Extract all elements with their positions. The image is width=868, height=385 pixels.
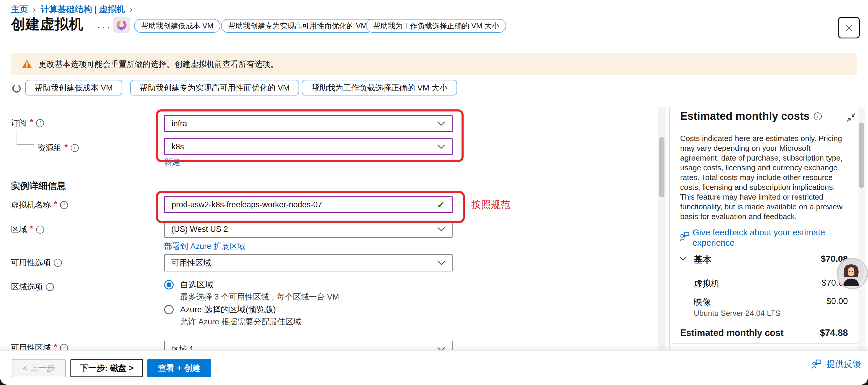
radio-unselected-icon[interactable] xyxy=(164,305,174,314)
footer-bar: < 上一步 下一步: 磁盘 > 查看 + 创建 提供反馈 xyxy=(0,350,868,385)
vm-name-label-row: 虚拟机名称 * i xyxy=(11,200,68,210)
valid-check-icon: ✓ xyxy=(437,199,445,211)
help-low-cost-vm-button[interactable]: 帮助我创建低成本 VM xyxy=(134,19,220,33)
required-marker: * xyxy=(30,224,33,233)
cost-group-label[interactable]: 基本 xyxy=(694,254,712,266)
chevron-down-icon xyxy=(437,121,445,126)
form-scrollbar-thumb[interactable] xyxy=(659,137,664,197)
chevron-down-icon xyxy=(437,260,445,265)
subscription-dropdown[interactable]: infra xyxy=(164,115,453,132)
create-new-resource-group-link[interactable]: 新建 xyxy=(164,157,180,167)
give-feedback-label: 提供反馈 xyxy=(827,358,861,370)
availability-options-value: 可用性区域 xyxy=(171,258,211,268)
required-marker: * xyxy=(30,118,33,127)
chevron-down-icon[interactable] xyxy=(680,257,687,261)
zone-option-self-select-label: 自选区域 xyxy=(180,279,213,290)
help-vm-size-button[interactable]: 帮助我为工作负载选择正确的 VM 大小 xyxy=(366,19,506,33)
region-dropdown[interactable]: (US) West US 2 xyxy=(164,221,453,238)
panel-divider xyxy=(669,107,670,350)
close-icon xyxy=(844,23,854,33)
zone-option-self-select-description: 最多选择 3 个可用性区域，每个区域一台 VM xyxy=(180,292,339,302)
resource-group-dropdown[interactable]: k8s xyxy=(164,138,453,155)
subscription-label: 订阅 xyxy=(11,118,27,128)
zone-options-label: 区域选项 xyxy=(11,282,43,292)
cost-panel-title-row: Estimated monthly costs i xyxy=(680,110,822,122)
feedback-icon xyxy=(680,231,690,242)
info-icon[interactable]: i xyxy=(814,113,822,120)
resource-group-connector xyxy=(17,144,34,145)
annotation-text: 按照规范 xyxy=(471,198,510,212)
info-icon[interactable]: i xyxy=(36,119,44,127)
warning-banner: 更改基本选项可能会重置所做的选择。创建虚拟机前查看所有选项。 xyxy=(11,53,857,75)
vm-name-label: 虚拟机名称 xyxy=(11,200,51,210)
resource-group-value: k8s xyxy=(172,142,184,151)
help-low-cost-vm-button-inline[interactable]: 帮助我创建低成本 VM xyxy=(25,80,122,96)
resource-group-connector xyxy=(17,130,17,145)
availability-options-label-row: 可用性选项 i xyxy=(11,257,62,268)
radio-selected-icon[interactable] xyxy=(164,280,174,289)
help-high-availability-vm-button[interactable]: 帮助我创建专为实现高可用性而优化的 VM xyxy=(221,19,374,33)
chevron-down-icon xyxy=(437,144,445,149)
availability-options-label: 可用性选项 xyxy=(11,257,51,268)
copilot-outline-icon xyxy=(10,82,23,95)
divider xyxy=(672,322,863,322)
copilot-icon xyxy=(115,19,128,31)
info-icon[interactable]: i xyxy=(46,283,54,291)
resource-group-label-row: 资源组 * i xyxy=(38,142,79,153)
info-icon[interactable]: i xyxy=(71,144,79,152)
info-icon[interactable]: i xyxy=(36,226,44,234)
avatar[interactable] xyxy=(837,258,868,289)
avatar-image xyxy=(838,259,864,286)
chevron-down-icon xyxy=(437,227,445,232)
breadcrumb-section-link[interactable]: 计算基础结构 | 虚拟机 xyxy=(40,4,125,15)
warning-text: 更改基本选项可能会重置所做的选择。创建虚拟机前查看所有选项。 xyxy=(39,59,278,69)
resource-group-label: 资源组 xyxy=(38,142,62,153)
zone-option-self-select[interactable]: 自选区域 xyxy=(164,279,213,290)
warning-icon xyxy=(22,59,32,69)
breadcrumb-home-link[interactable]: 主页 xyxy=(11,4,28,15)
total-cost-value: $74.88 xyxy=(820,328,848,338)
info-icon[interactable]: i xyxy=(60,201,68,209)
cost-disclaimer: Costs indicated here are estimates only.… xyxy=(680,134,846,222)
help-vm-size-button-inline[interactable]: 帮助我为工作负载选择正确的 VM 大小 xyxy=(302,80,457,96)
page-title: 创建虚拟机 xyxy=(11,15,84,34)
create-vm-page: 主页 › 计算基础结构 | 虚拟机 › 创建虚拟机 ··· 帮助我创建低成本 V… xyxy=(0,0,868,385)
panel-scrollbar-thumb[interactable] xyxy=(859,122,864,188)
deploy-extended-zones-link[interactable]: 部署到 Azure 扩展区域 xyxy=(164,241,246,252)
availability-options-dropdown[interactable]: 可用性区域 xyxy=(164,254,453,271)
more-options-button[interactable]: ··· xyxy=(97,21,112,33)
region-label: 区域 xyxy=(11,224,27,235)
zone-options-label-row: 区域选项 i xyxy=(11,282,54,292)
cost-row-subtitle: Ubuntu Server 24.04 LTS xyxy=(694,309,780,318)
vm-name-value: prod-usw2-k8s-freeleaps-worker-nodes-07 xyxy=(172,200,322,210)
vm-name-input[interactable]: prod-usw2-k8s-freeleaps-worker-nodes-07 … xyxy=(164,196,453,213)
estimate-feedback-link[interactable]: Give feedback about your estimate experi… xyxy=(692,227,838,248)
info-icon[interactable]: i xyxy=(54,259,62,267)
close-button[interactable] xyxy=(838,17,860,38)
divider xyxy=(672,343,863,344)
cost-row-label: 虚拟机 xyxy=(694,278,719,290)
region-label-row: 区域 * i xyxy=(11,224,44,235)
give-feedback-link[interactable]: 提供反馈 xyxy=(811,358,861,370)
cost-panel-title: Estimated monthly costs xyxy=(680,110,810,122)
zone-option-azure-select-description: 允许 Azure 根据需要分配最佳区域 xyxy=(180,316,302,327)
required-marker: * xyxy=(54,199,57,209)
subscription-label-row: 订阅 * i xyxy=(11,118,44,128)
copilot-button[interactable] xyxy=(113,17,130,33)
total-cost-label: Estimated monthly cost xyxy=(680,328,784,338)
subscription-value: infra xyxy=(172,119,187,128)
help-high-availability-vm-button-inline[interactable]: 帮助我创建专为实现高可用性而优化的 VM xyxy=(130,80,299,96)
zone-option-azure-select[interactable]: Azure 选择的区域(预览版) xyxy=(164,304,276,315)
breadcrumb-separator: › xyxy=(130,4,132,14)
feedback-icon xyxy=(811,359,823,370)
next-step-disks-button[interactable]: 下一步: 磁盘 > xyxy=(70,359,143,377)
breadcrumb: 主页 › 计算基础结构 | 虚拟机 › xyxy=(11,4,132,15)
zone-option-azure-select-label: Azure 选择的区域(预览版) xyxy=(180,304,276,315)
previous-step-button[interactable]: < 上一步 xyxy=(12,359,66,377)
cost-row-label: 映像 xyxy=(694,296,711,308)
collapse-panel-icon[interactable] xyxy=(845,112,857,123)
instance-details-section-title: 实例详细信息 xyxy=(11,180,66,192)
region-value: (US) West US 2 xyxy=(171,225,228,234)
cost-row-value: $0.00 xyxy=(826,296,848,306)
review-create-button[interactable]: 查看 + 创建 xyxy=(147,359,211,377)
